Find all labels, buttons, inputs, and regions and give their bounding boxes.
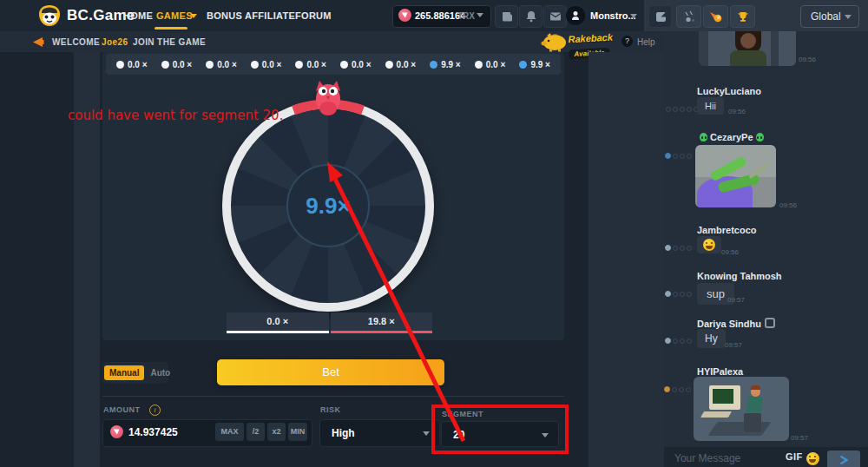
bcgame-logo-icon[interactable]: [38, 4, 61, 30]
history-chip[interactable]: 0.0 ×: [161, 60, 193, 69]
welcome-prefix: WELCOME: [52, 37, 100, 47]
right-strip: [589, 52, 664, 467]
history-dot: [206, 61, 214, 69]
chat-username[interactable]: Knowing Tahmosh: [697, 271, 782, 281]
chat-username[interactable]: Jambretcoco: [697, 225, 756, 235]
user-avatar[interactable]: [566, 6, 585, 25]
tab-result-high[interactable]: 19.8 ×: [331, 312, 433, 331]
chat-username[interactable]: CezaryPe: [697, 132, 766, 142]
history-chip[interactable]: 0.0 ×: [475, 60, 506, 69]
bet-mode-toggle: Manual Auto: [102, 362, 168, 384]
segment-caret-icon: [542, 433, 549, 437]
history-dot: [161, 61, 169, 69]
notifications-button[interactable]: [519, 5, 542, 28]
chat-toggle-button[interactable]: [648, 5, 672, 28]
nav-affiliate[interactable]: AFFILIATE: [245, 10, 295, 21]
chat-username[interactable]: HYIPalexa: [697, 366, 743, 377]
username-label[interactable]: Monstro...: [590, 10, 636, 21]
amount-half-button[interactable]: /2: [247, 423, 265, 441]
panel-divider: [102, 396, 564, 397]
user-badges: [665, 338, 692, 344]
fireball-icon: [709, 10, 723, 23]
trophy-icon: [736, 10, 750, 23]
risk-select[interactable]: High: [319, 419, 440, 447]
history-chip[interactable]: 9.9 ×: [519, 60, 550, 69]
history-chip[interactable]: 0.0 ×: [295, 60, 326, 69]
history-dot: [340, 61, 348, 69]
welcome-suffix: JOIN THE GAME: [133, 37, 206, 47]
currency-caret-icon: [477, 13, 483, 17]
result-tabs: 0.0 × 19.8 ×: [227, 312, 432, 331]
history-chip[interactable]: 0.0 ×: [116, 60, 148, 69]
chat-username[interactable]: Dariya Sindhu: [697, 318, 775, 329]
rain-icon: [682, 10, 696, 23]
help-label[interactable]: Help: [637, 37, 655, 47]
chat-gif-computer[interactable]: [694, 377, 789, 441]
nav-forum[interactable]: FORUM: [295, 10, 332, 21]
chat-avatar[interactable]: [667, 314, 690, 337]
send-arrow-icon: [838, 454, 850, 466]
gif-button[interactable]: GIF: [786, 451, 803, 462]
history-chip[interactable]: 0.0 ×: [340, 60, 372, 69]
wallet-button[interactable]: [495, 5, 518, 28]
chat-gif-lizards[interactable]: [695, 145, 776, 207]
nav-bonus[interactable]: BONUS: [207, 10, 242, 21]
mode-manual-button[interactable]: Manual: [104, 365, 144, 380]
tab-result-low[interactable]: 0.0 ×: [227, 312, 329, 331]
chat-channel-select[interactable]: Global: [800, 5, 859, 28]
history-chip[interactable]: 0.0 ×: [251, 60, 282, 69]
message-time: 09:56: [728, 108, 746, 115]
chat-fireball-button[interactable]: [703, 5, 728, 28]
history-dot: [475, 61, 483, 69]
amount-min-button[interactable]: MIN: [288, 423, 307, 441]
amount-info-icon[interactable]: [149, 405, 161, 416]
chat-avatar[interactable]: [667, 267, 690, 290]
history-dot: [251, 61, 259, 69]
user-badges: [665, 245, 692, 251]
message-time: 09:56: [799, 56, 816, 63]
chat-avatar[interactable]: [667, 128, 690, 151]
amount-max-button[interactable]: MAX: [215, 423, 244, 441]
risk-caret-icon: [423, 431, 430, 436]
nav-home[interactable]: HOME: [123, 10, 153, 21]
welcome-username: Joe26: [102, 37, 128, 47]
multiplier-history: 0.0 × 0.0 × 0.0 × 0.0 × 0.0 × 0.0 × 0.0 …: [106, 54, 561, 75]
chat-gif-portrait[interactable]: [699, 31, 796, 66]
rakeback-title: Rakeback: [568, 32, 613, 45]
chat-message-bubble: Hy: [697, 329, 726, 348]
emoji-picker-icon[interactable]: [806, 452, 819, 465]
amount-double-button[interactable]: x2: [267, 423, 286, 441]
nav-games[interactable]: GAMES: [156, 10, 193, 21]
amount-coin-icon: [110, 425, 123, 438]
chat-trophy-button[interactable]: [730, 5, 755, 28]
history-chip[interactable]: 0.0 ×: [206, 60, 237, 69]
tab-underline: [331, 331, 433, 333]
balance-currency[interactable]: TRX: [457, 11, 475, 21]
history-chip[interactable]: 0.0 ×: [385, 60, 417, 69]
help-icon[interactable]: [621, 36, 633, 47]
message-time: 09:56: [721, 248, 739, 256]
segment-value: 20: [453, 429, 464, 441]
segment-select[interactable]: 20: [441, 421, 559, 447]
chat-rain-button[interactable]: [676, 5, 701, 28]
chat-message-input[interactable]: [673, 450, 780, 467]
tab-underline: [227, 331, 329, 333]
chat-avatar[interactable]: [667, 82, 690, 105]
mail-button[interactable]: [543, 5, 567, 28]
send-message-button[interactable]: [827, 451, 860, 467]
mode-auto-button[interactable]: Auto: [144, 365, 176, 380]
games-caret-icon: [190, 14, 197, 18]
history-dot: [295, 61, 303, 69]
chat-message-bubble: [697, 236, 721, 253]
amount-value: 14.937425: [128, 426, 178, 438]
bcgame-app: BC.Game HOME GAMES BONUS AFFILIATE FORUM…: [0, 0, 868, 467]
risk-value: High: [332, 427, 355, 439]
history-chip[interactable]: 9.9 ×: [430, 60, 461, 69]
user-badges: [665, 291, 692, 297]
chat-avatar[interactable]: [667, 363, 690, 385]
bet-button[interactable]: Bet: [217, 359, 444, 385]
history-dot: [385, 61, 393, 69]
risk-label: RISK: [320, 405, 341, 414]
chat-username[interactable]: LuckyLuciano: [697, 86, 761, 96]
chat-avatar[interactable]: [667, 221, 690, 244]
